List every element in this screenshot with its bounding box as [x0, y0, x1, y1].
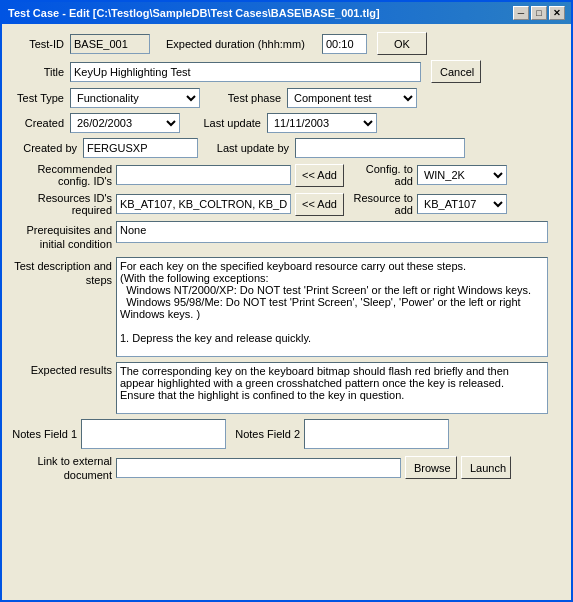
test-type-select[interactable]: Functionality Performance Security — [70, 88, 200, 108]
title-bar-controls: ─ □ ✕ — [513, 6, 565, 20]
link-field[interactable] — [116, 458, 401, 478]
test-type-label: Test Type — [12, 92, 64, 104]
recommended-config-field[interactable] — [116, 165, 291, 185]
test-phase-select[interactable]: Component test System test Integration t… — [287, 88, 417, 108]
expected-results-field[interactable] — [116, 362, 548, 414]
minimize-button[interactable]: ─ — [513, 6, 529, 20]
add-resource-button[interactable]: << Add — [295, 193, 344, 216]
test-description-field[interactable] — [116, 257, 548, 357]
test-id-field[interactable] — [70, 34, 150, 54]
prerequisites-label: Prerequisites and initial condition — [12, 221, 112, 252]
test-phase-label: Test phase — [206, 92, 281, 104]
prerequisites-field[interactable] — [116, 221, 548, 243]
notes-field2-label: Notes Field 2 — [230, 428, 300, 440]
expected-results-label: Expected results — [12, 362, 112, 376]
resources-ids-field[interactable] — [116, 194, 291, 214]
resource-to-add-select[interactable]: KB_AT107 KB_COLTRON — [417, 194, 507, 214]
close-button[interactable]: ✕ — [549, 6, 565, 20]
browse-button[interactable]: Browse — [405, 456, 457, 479]
maximize-button[interactable]: □ — [531, 6, 547, 20]
config-to-add-label: Config. to add — [348, 163, 413, 187]
last-update-by-label: Last update by — [204, 142, 289, 154]
link-label: Link to external document — [12, 454, 112, 483]
created-by-label: Created by — [12, 142, 77, 154]
last-update-select[interactable]: 11/11/2003 — [267, 113, 377, 133]
resources-ids-label: Resources ID's required — [12, 192, 112, 216]
test-id-label: Test-ID — [12, 38, 64, 50]
form-content: Test-ID Expected duration (hhh:mm) OK Ti… — [2, 24, 571, 600]
notes-field2-input[interactable] — [304, 419, 449, 449]
title-field[interactable] — [70, 62, 421, 82]
cancel-button[interactable]: Cancel — [431, 60, 481, 83]
add-config-button[interactable]: << Add — [295, 164, 344, 187]
expected-duration-field[interactable] — [322, 34, 367, 54]
resource-to-add-label: Resource to add — [348, 192, 413, 216]
created-by-field[interactable] — [83, 138, 198, 158]
created-label: Created — [12, 117, 64, 129]
window-title: Test Case - Edit [C:\Testlog\SampleDB\Te… — [8, 7, 380, 19]
main-window: Test Case - Edit [C:\Testlog\SampleDB\Te… — [0, 0, 573, 602]
ok-button[interactable]: OK — [377, 32, 427, 55]
created-select[interactable]: 26/02/2003 — [70, 113, 180, 133]
launch-button[interactable]: Launch — [461, 456, 511, 479]
notes-field1-label: Notes Field 1 — [12, 428, 77, 440]
config-to-add-select[interactable]: WIN_2K WIN_XP — [417, 165, 507, 185]
title-bar: Test Case - Edit [C:\Testlog\SampleDB\Te… — [2, 2, 571, 24]
expected-duration-label: Expected duration (hhh:mm) — [156, 38, 316, 50]
test-description-label: Test description and steps — [12, 257, 112, 288]
last-update-label: Last update — [186, 117, 261, 129]
notes-field1-input[interactable] — [81, 419, 226, 449]
title-label: Title — [12, 66, 64, 78]
last-update-by-field[interactable] — [295, 138, 465, 158]
recommended-config-label: Recommended config. ID's — [12, 163, 112, 187]
